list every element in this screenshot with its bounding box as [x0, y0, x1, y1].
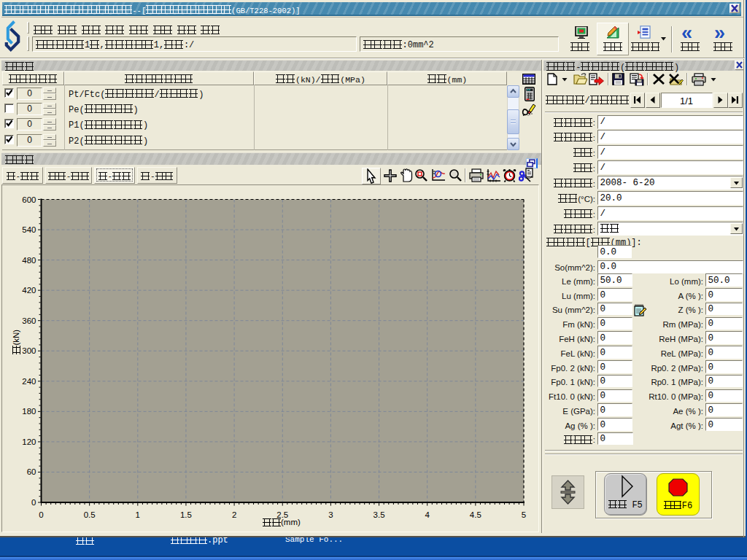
svg-text:600: 600 [22, 195, 36, 203]
svg-text:1.5: 1.5 [179, 510, 191, 519]
svg-text:300: 300 [22, 346, 36, 355]
svg-text:420: 420 [22, 286, 36, 295]
svg-text:60: 60 [26, 467, 36, 476]
svg-text:360: 360 [22, 316, 36, 324]
svg-text:180: 180 [22, 407, 36, 416]
svg-text:240: 240 [22, 376, 36, 385]
svg-text:4.5: 4.5 [469, 510, 481, 519]
svg-text:120: 120 [22, 437, 36, 446]
svg-text:0: 0 [39, 510, 43, 519]
svg-text:2: 2 [231, 510, 236, 519]
svg-text:480: 480 [22, 255, 36, 264]
svg-text:540: 540 [22, 225, 36, 234]
svg-text:0.5: 0.5 [83, 510, 95, 519]
svg-text:1: 1 [135, 510, 139, 519]
svg-text:5: 5 [521, 510, 525, 519]
svg-text:4: 4 [425, 510, 430, 519]
svg-text:3: 3 [328, 510, 333, 519]
svg-text:3.5: 3.5 [373, 510, 384, 519]
svg-text:0: 0 [31, 498, 36, 507]
